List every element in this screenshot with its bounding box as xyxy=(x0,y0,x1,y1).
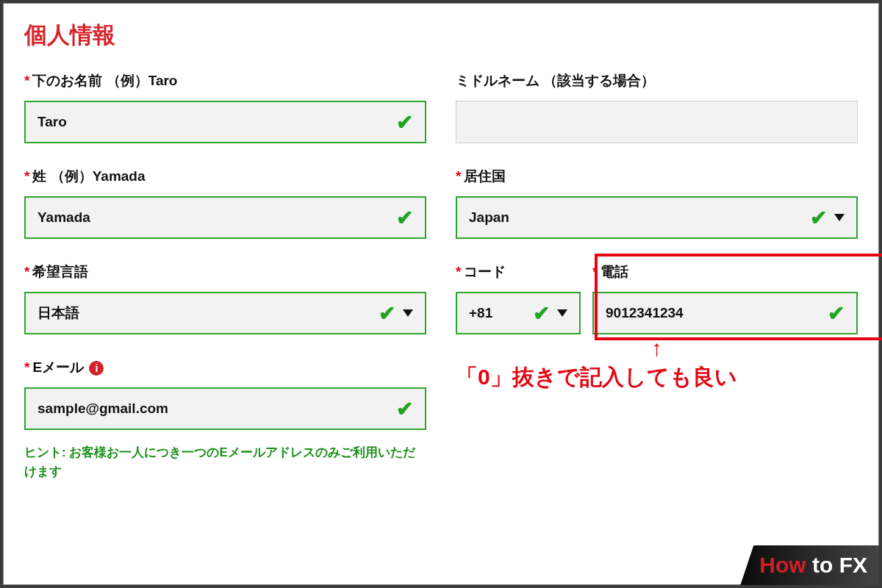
check-icon: ✔ xyxy=(396,110,413,135)
middle-name-label: ミドルネーム （該当する場合） xyxy=(456,71,858,90)
country-select[interactable]: Japan ✔ xyxy=(456,196,858,239)
required-marker: * xyxy=(592,264,598,279)
check-icon: ✔ xyxy=(810,206,827,230)
last-name-input[interactable]: Yamada ✔ xyxy=(24,196,426,239)
middle-name-input[interactable] xyxy=(456,101,858,143)
check-icon: ✔ xyxy=(533,301,550,326)
logo-to: to xyxy=(806,553,839,577)
required-marker: * xyxy=(456,168,461,184)
country-label: *居住国 xyxy=(456,167,858,186)
check-icon: ✔ xyxy=(396,397,413,421)
logo-fx: FX xyxy=(839,553,867,577)
required-marker: * xyxy=(24,168,29,184)
last-name-label: *姓 （例）Yamada xyxy=(24,167,426,186)
chevron-down-icon xyxy=(834,214,845,221)
check-icon: ✔ xyxy=(828,301,845,326)
first-name-group: *下のお名前 （例）Taro Taro ✔ xyxy=(24,71,426,143)
chevron-down-icon xyxy=(557,309,567,317)
callout-arrow-icon: ↑ xyxy=(456,336,858,361)
email-group: *Eメール i sample@gmail.com ✔ ヒント: お客様お一人につ… xyxy=(24,358,426,481)
language-group: *希望言語 日本語 ✔ xyxy=(24,262,426,334)
country-group: *居住国 Japan ✔ xyxy=(456,167,858,239)
dial-code-label: *コード xyxy=(456,262,581,282)
logo-how: How xyxy=(759,553,806,577)
email-hint: ヒント: お客様お一人につき一つのEメールアドレスのみご利用いただけます xyxy=(24,443,426,481)
phone-group: *電話 9012341234 ✔ xyxy=(592,262,858,334)
first-name-value: Taro xyxy=(37,114,396,130)
last-name-value: Yamada xyxy=(37,209,396,226)
required-marker: * xyxy=(24,73,29,88)
dial-code-value: +81 xyxy=(469,305,533,321)
language-label: *希望言語 xyxy=(24,262,426,282)
dial-code-group: *コード +81 ✔ xyxy=(456,262,581,334)
dial-code-select[interactable]: +81 ✔ xyxy=(456,292,581,334)
first-name-input[interactable]: Taro ✔ xyxy=(24,101,426,143)
chevron-down-icon xyxy=(403,309,413,317)
last-name-group: *姓 （例）Yamada Yamada ✔ xyxy=(24,167,426,239)
brand-logo: How to FX xyxy=(740,545,879,585)
phone-label: *電話 xyxy=(592,262,858,282)
language-select[interactable]: 日本語 ✔ xyxy=(24,292,426,334)
email-label: *Eメール i xyxy=(24,358,426,377)
phone-value: 9012341234 xyxy=(606,305,828,321)
language-value: 日本語 xyxy=(37,304,379,323)
email-input[interactable]: sample@gmail.com ✔ xyxy=(24,387,426,430)
required-marker: * xyxy=(456,264,461,279)
required-marker: * xyxy=(24,264,29,279)
check-icon: ✔ xyxy=(379,301,395,326)
info-icon[interactable]: i xyxy=(89,361,104,376)
first-name-label: *下のお名前 （例）Taro xyxy=(24,71,426,90)
section-title: 個人情報 xyxy=(24,20,858,51)
callout-text: 「0」抜きで記入しても良い xyxy=(456,362,858,392)
required-marker: * xyxy=(24,359,29,375)
check-icon: ✔ xyxy=(396,206,413,230)
email-value: sample@gmail.com xyxy=(37,401,396,417)
phone-input[interactable]: 9012341234 ✔ xyxy=(592,292,858,334)
middle-name-group: ミドルネーム （該当する場合） xyxy=(456,71,858,143)
country-value: Japan xyxy=(469,209,810,226)
